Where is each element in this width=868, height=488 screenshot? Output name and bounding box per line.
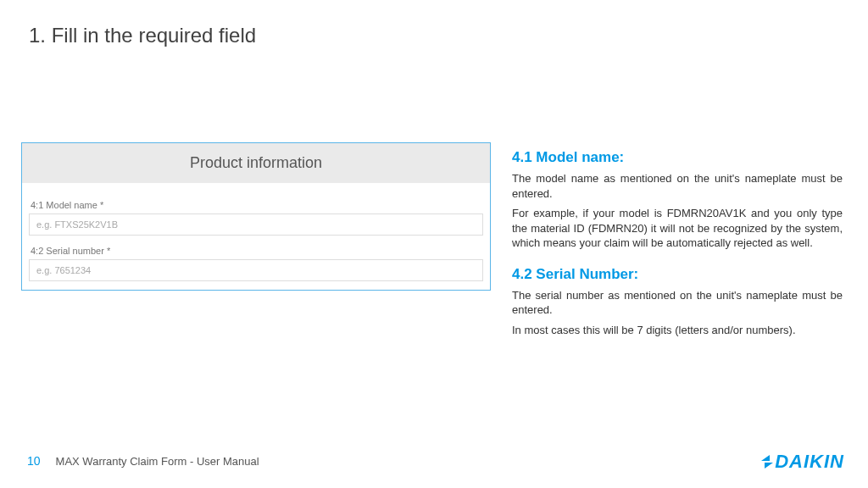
product-info-panel: Product information 4:1 Model name * 4:2… [21,142,491,291]
field-group: 4:1 Model name * 4:2 Serial number * [22,183,490,290]
section-serial-number: 4.2 Serial Number: The serial number as … [512,266,843,338]
section-para: The model name as mentioned on the unit'… [512,171,843,201]
section-para: In most cases this will be 7 digits (let… [512,323,843,338]
model-name-label: 4:1 Model name * [31,200,483,210]
doc-title: MAX Warranty Claim Form - User Manual [56,455,259,468]
brand-logo: DAIKIN [761,451,844,473]
section-heading: 4.2 Serial Number: [512,266,843,283]
page-title: 1. Fill in the required field [29,24,256,47]
instructions-column: 4.1 Model name: The model name as mentio… [512,149,843,352]
panel-header: Product information [22,143,490,183]
page-number: 10 [27,454,41,468]
serial-number-input[interactable] [29,259,483,281]
serial-number-label: 4:2 Serial number * [31,246,483,256]
model-name-input[interactable] [29,214,483,236]
section-heading: 4.1 Model name: [512,149,843,166]
logo-mark-icon [761,455,770,469]
section-model-name: 4.1 Model name: The model name as mentio… [512,149,843,251]
section-para: The serial number as mentioned on the un… [512,288,843,318]
footer: 10 MAX Warranty Claim Form - User Manual [27,454,259,468]
section-para: For example, if your model is FDMRN20AV1… [512,206,843,251]
brand-name: DAIKIN [775,451,844,473]
